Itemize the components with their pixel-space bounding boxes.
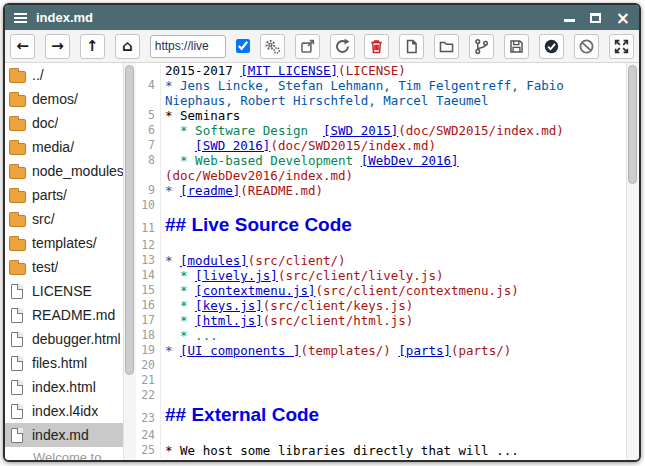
sidebar-item-debugger-html[interactable]: debugger.html [5,327,123,351]
code-text [161,198,165,213]
sidebar-item-files-html[interactable]: files.html [5,351,123,375]
sidebar-item-index-md[interactable]: index.md [5,423,123,447]
edit-mode-checkbox[interactable] [236,39,250,53]
line-number: 22 [136,388,161,403]
open-external-button[interactable] [295,34,320,59]
sidebar-item-demos[interactable]: demos/ [5,87,123,111]
home-button[interactable]: ⌂ [115,34,140,59]
code-line[interactable]: 25* We host some libraries directly that… [136,443,626,458]
code-line[interactable]: 16 * [keys.js](src/client/keys.js) [136,298,626,313]
folder-icon [9,119,26,131]
sidebar-item-license[interactable]: LICENSE [5,279,123,303]
sidebar-item-label: src/ [32,211,55,227]
new-file-button[interactable] [399,34,424,59]
line-number: 5 [136,108,161,123]
sidebar-item-index-l4idx[interactable]: index.l4idx [5,399,123,423]
code-line[interactable]: 10 [136,198,626,213]
save-button[interactable] [504,34,529,59]
line-number: 7 [136,138,161,153]
code-line[interactable]: 20 [136,358,626,373]
sidebar-item-label: ../ [32,67,44,83]
line-number: 14 [136,268,161,283]
fullscreen-icon [613,38,630,55]
sidebar-item-label: index.html [32,379,96,395]
code-line[interactable]: 15 * [contextmenu.js](src/client/context… [136,283,626,298]
sidebar-item-label: media/ [32,139,74,155]
folder-button[interactable] [434,34,459,59]
line-number: 12 [136,238,161,253]
code-line[interactable]: 5* Seminars [136,108,626,123]
git-branch-button[interactable] [469,34,494,59]
code-line[interactable]: 22 [136,388,626,403]
editor-scrollbar[interactable] [626,63,639,460]
folder-icon [9,191,26,203]
window-title: index.md [36,10,93,25]
up-icon: ↑ [86,39,99,54]
settings-button[interactable] [260,34,285,59]
sidebar-item-src[interactable]: src/ [5,207,123,231]
sidebar-scrollbar[interactable] [123,63,136,460]
delete-trash-icon [368,38,385,55]
block-button[interactable] [574,34,599,59]
code-line[interactable]: 12 [136,238,626,253]
accept-button[interactable] [539,34,564,59]
home-icon: ⌂ [122,39,133,54]
sidebar-item-readme-md[interactable]: README.md [5,303,123,327]
maximize-button[interactable] [590,13,601,23]
sidebar-item-node-modules[interactable]: node_modules/ [5,159,123,183]
delete-button[interactable] [364,34,389,59]
file-icon [11,332,23,347]
sidebar-item-index-html[interactable]: index.html [5,375,123,399]
code-text: 2015-2017 [MIT LICENSE](LICENSE) [161,63,406,78]
sidebar-item-test[interactable]: test/ [5,255,123,279]
code-line[interactable]: 24 [136,428,626,443]
code-text: * Seminars [161,108,240,123]
sidebar-item-doc[interactable]: doc/ [5,111,123,135]
sidebar-item-parts[interactable]: parts/ [5,183,123,207]
code-line[interactable]: 23## External Code [136,403,626,428]
line-number: 23 [136,403,161,428]
line-number: 8 [136,153,161,168]
sidebar-item-label: files.html [32,355,87,371]
close-button[interactable]: × [616,11,630,25]
file-icon [11,284,23,299]
code-line[interactable]: 14 * [lively.js](src/client/lively.js) [136,268,626,283]
sidebar-item-[interactable]: ../ [5,63,123,87]
markdown-editor[interactable]: 2015-2017 [MIT LICENSE](LICENSE)4* Jens … [136,63,626,460]
sidebar-item-label: index.md [32,427,89,443]
code-text: (doc/WebDev2016/index.md) [161,168,353,183]
sidebar-item-media[interactable]: media/ [5,135,123,159]
url-input[interactable] [150,35,226,58]
refresh-button[interactable] [330,34,355,59]
code-text [161,388,165,403]
fullscreen-button[interactable] [609,34,634,59]
sidebar-item-templates[interactable]: templates/ [5,231,123,255]
code-line[interactable]: 11## Live Source Code [136,213,626,238]
line-number: 16 [136,298,161,313]
code-text: ## Live Source Code [161,213,352,238]
code-line[interactable]: 9* [readme](README.md) [136,183,626,198]
line-number: 20 [136,358,161,373]
code-line[interactable]: 4* Jens Lincke, Stefan Lehmann, Tim Felg… [136,78,626,93]
code-line[interactable]: 13* [modules](src/client/) [136,253,626,268]
editor-scrollbar-thumb[interactable] [628,65,637,184]
up-button[interactable]: ↑ [80,34,105,59]
folder-icon [9,167,26,179]
code-line[interactable]: 8 * Web-based Development [WebDev 2016] [136,153,626,168]
code-text: * ... [161,328,218,343]
forward-button[interactable]: → [45,34,70,59]
code-text: * [readme](README.md) [161,183,323,198]
minimize-button[interactable] [564,19,575,22]
code-line[interactable]: 18 * ... [136,328,626,343]
hamburger-menu-icon[interactable] [14,13,27,23]
code-line[interactable]: 6 * Software Design [SWD 2015](doc/SWD20… [136,123,626,138]
code-line[interactable]: 21 [136,373,626,388]
code-line[interactable]: 19* [UI components ](templates/) [parts]… [136,343,626,358]
back-button[interactable]: ← [10,34,35,59]
sidebar-scrollbar-thumb[interactable] [125,65,134,375]
code-line[interactable]: 7 [SWD 2016](doc/SWD2015/index.md) [136,138,626,153]
code-line[interactable]: Niephaus, Robert Hirschfeld, Marcel Taeu… [136,93,626,108]
code-line[interactable]: 17 * [html.js](src/client/html.js) [136,313,626,328]
code-line[interactable]: 2015-2017 [MIT LICENSE](LICENSE) [136,63,626,78]
code-line[interactable]: (doc/WebDev2016/index.md) [136,168,626,183]
